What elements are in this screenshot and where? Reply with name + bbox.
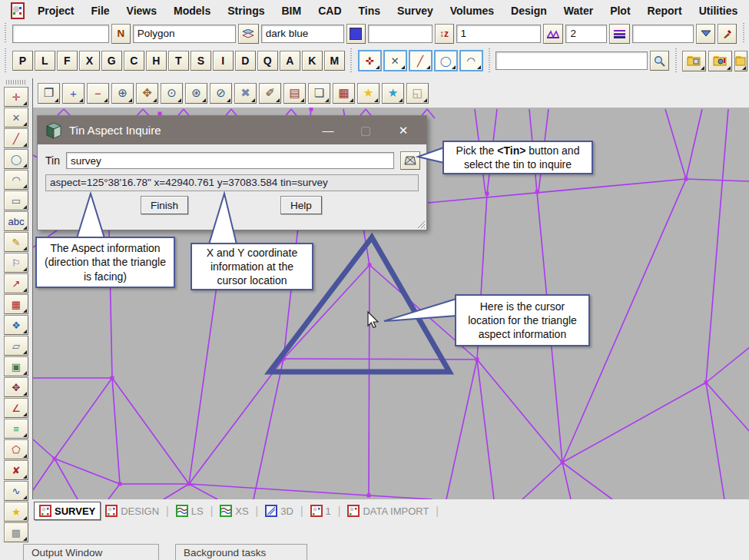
snap-intersection-tool[interactable]: ✕ <box>4 108 28 128</box>
maximize-button[interactable]: ▢ <box>350 121 381 141</box>
tab-3d[interactable]: 3D <box>260 502 298 519</box>
boundary-tool[interactable]: ⬠ <box>4 439 28 459</box>
tab-1[interactable]: 1 <box>306 502 336 519</box>
angle-tool[interactable]: ∠ <box>4 398 28 418</box>
toolbar-letter-a[interactable]: A <box>280 51 300 71</box>
windows-tool[interactable]: ❖ <box>4 315 28 335</box>
clipped-folder-button[interactable] <box>734 51 747 71</box>
menu-item-volumes[interactable]: Volumes <box>442 2 502 20</box>
menu-item-design[interactable]: Design <box>502 2 555 20</box>
menu-item-report[interactable]: Report <box>639 2 691 20</box>
create-arc-tool[interactable]: ◠ <box>4 170 28 190</box>
snap-circle-button[interactable]: ◯ <box>434 50 458 71</box>
help-button[interactable]: Help <box>280 196 322 214</box>
linestyle-picker-button[interactable] <box>238 24 259 44</box>
node-edit-tool[interactable]: ⚐ <box>4 253 28 273</box>
zoom-button[interactable]: ⊙ <box>161 83 183 104</box>
menu-item-file[interactable]: File <box>82 2 118 20</box>
views-favourites-button[interactable]: ★ <box>382 83 404 104</box>
toolbar-letter-s[interactable]: S <box>191 51 211 71</box>
polygon-tool[interactable]: ▱ <box>4 336 28 356</box>
contour-picker-button[interactable] <box>543 24 564 44</box>
name-field[interactable] <box>12 25 109 43</box>
delete-view-button[interactable]: ✖ <box>234 83 257 104</box>
toolbar-letter-g[interactable]: G <box>101 51 122 71</box>
toolbar-letter-c[interactable]: C <box>124 51 144 71</box>
name-box-button[interactable]: N <box>111 24 131 44</box>
toolbar-letter-f[interactable]: F <box>57 51 78 71</box>
menu-item-models[interactable]: Models <box>165 2 219 20</box>
eyedropper-button[interactable] <box>718 24 737 44</box>
menu-item-user[interactable]: User <box>746 2 749 20</box>
close-button[interactable]: ✕ <box>388 121 419 141</box>
output-window-panel[interactable]: Output Window <box>23 544 159 560</box>
height-field[interactable] <box>368 25 432 43</box>
tin-input[interactable] <box>66 152 394 169</box>
resize-grip[interactable] <box>415 218 426 229</box>
snap-point-button[interactable]: ✜ <box>358 50 382 71</box>
plot-preview-tool[interactable]: ▩ <box>4 522 28 542</box>
zoom-extents-button[interactable]: ⊕ <box>111 83 134 104</box>
toolbar-letter-q[interactable]: Q <box>257 51 278 71</box>
remove-view-button[interactable]: − <box>87 83 109 104</box>
colour-swatch-button[interactable] <box>346 24 366 44</box>
move-tool[interactable]: ✥ <box>4 377 28 397</box>
size-field[interactable] <box>565 25 607 43</box>
menu-item-cad[interactable]: CAD <box>310 2 350 20</box>
toolbar-letter-p[interactable]: P <box>12 51 33 71</box>
linestyle-field[interactable] <box>133 25 236 43</box>
toolbar-letter-i[interactable]: I <box>213 51 234 71</box>
menu-item-utilities[interactable]: Utilities <box>691 2 747 20</box>
redraw-button[interactable]: ✐ <box>259 83 281 104</box>
z-value-button[interactable]: ↕z <box>435 24 454 44</box>
image-tool[interactable]: ▣ <box>4 356 28 376</box>
profile-tool[interactable]: ∿ <box>4 481 28 501</box>
plot-frame-tool[interactable]: ★ <box>4 502 28 522</box>
grid-tool[interactable]: ▦ <box>4 294 28 314</box>
menu-item-survey[interactable]: Survey <box>389 2 442 20</box>
toolbar-letter-x[interactable]: X <box>79 51 100 71</box>
open-project-button[interactable] <box>682 51 706 71</box>
segment-colour-tool[interactable]: ≡ <box>4 419 28 439</box>
create-line-tool[interactable]: ╱ <box>4 128 28 148</box>
toolbar-letter-k[interactable]: K <box>302 51 323 71</box>
menu-item-views[interactable]: Views <box>118 2 165 20</box>
tab-ls[interactable]: LS <box>171 502 208 519</box>
create-points-tool[interactable]: ✎ <box>4 232 28 252</box>
dialog-title-bar[interactable]: 12 Tin Aspect Inquire — ▢ ✕ <box>38 116 426 144</box>
menu-item-plot[interactable]: Plot <box>602 2 638 20</box>
menu-item-bim[interactable]: BIM <box>273 2 310 20</box>
add-view-button[interactable]: + <box>62 83 85 104</box>
pan-button[interactable]: ✥ <box>136 83 158 104</box>
zoom-all-button[interactable]: ⊛ <box>185 83 207 104</box>
finish-button[interactable]: Finish <box>141 196 188 214</box>
tab-xs[interactable]: XS <box>215 502 253 519</box>
favourites-button[interactable]: ★ <box>357 83 379 104</box>
toolbar-letter-l[interactable]: L <box>35 51 55 71</box>
create-rectangle-tool[interactable]: ▭ <box>4 191 28 210</box>
colour-field[interactable] <box>261 25 344 43</box>
line-weight-picker-button[interactable] <box>609 24 630 44</box>
tab-survey[interactable]: SURVEY <box>34 502 101 520</box>
snap-arc-button[interactable]: ◠ <box>459 50 483 71</box>
tab-design[interactable]: DESIGN <box>101 502 164 519</box>
snap-line-button[interactable]: ╱ <box>409 50 432 71</box>
cascade-views-button[interactable]: ❐ <box>38 83 60 104</box>
delete-tool[interactable]: ✘ <box>4 460 28 480</box>
toolbar-letter-h[interactable]: H <box>146 51 167 71</box>
search-button[interactable] <box>650 51 669 71</box>
toolbar-letter-t[interactable]: T <box>168 51 189 71</box>
zoom-previous-button[interactable]: ⊘ <box>210 83 232 104</box>
symbol-field[interactable] <box>632 25 694 43</box>
snap-cross-button[interactable]: ✕ <box>383 50 407 71</box>
tin-picker-button[interactable] <box>400 151 420 170</box>
menu-item-project[interactable]: Project <box>29 2 82 20</box>
copy-view-button[interactable]: ❏ <box>308 83 330 104</box>
snap-point-tool[interactable]: ✛ <box>4 87 28 107</box>
toolbar-letter-m[interactable]: M <box>324 51 345 71</box>
background-tasks-panel[interactable]: Background tasks <box>175 544 307 560</box>
menu-item-strings[interactable]: Strings <box>219 2 273 20</box>
symbol-dropdown-button[interactable] <box>696 24 715 44</box>
grid-view-button[interactable]: ▦ <box>333 83 355 104</box>
minimize-button[interactable]: — <box>313 121 343 141</box>
